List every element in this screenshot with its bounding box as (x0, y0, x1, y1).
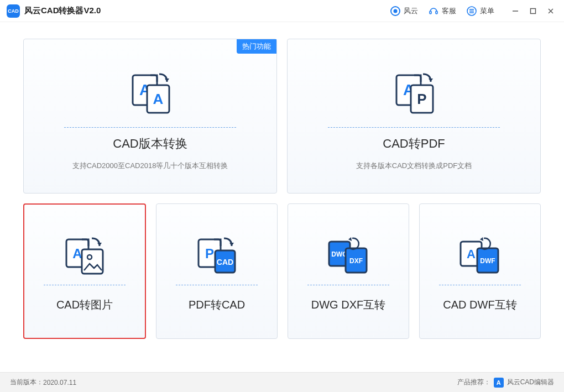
divider (64, 127, 236, 128)
support-button[interactable]: 客服 (428, 6, 456, 17)
minimize-button[interactable] (509, 4, 522, 18)
menu-button[interactable]: 菜单 (466, 6, 494, 17)
recommend-product[interactable]: 风云CAD编辑器 (507, 378, 554, 387)
cad-to-pdf-icon: A P (387, 62, 442, 123)
cad-to-image-icon: A (60, 231, 109, 281)
divider (176, 285, 258, 285)
card-pdf-to-cad[interactable]: P CAD PDF转CAD (156, 203, 278, 339)
recommend-logo-icon: A (494, 378, 504, 388)
svg-rect-3 (436, 11, 437, 14)
dwg-dxf-icon: DWG DXF (323, 231, 373, 281)
headset-icon (428, 6, 439, 17)
svg-text:DWF: DWF (480, 257, 495, 265)
card-cad-dwf-swap[interactable]: A DWF CAD DWF互转 (419, 203, 541, 339)
svg-rect-9 (531, 8, 536, 13)
version-label: 当前版本： (10, 378, 43, 387)
card-cad-version-convert[interactable]: 热门功能 A A CAD版本转换 支持CAD2000至CAD2018等几十个版本… (23, 39, 277, 194)
divider (328, 127, 500, 128)
card-title: CAD版本转换 (113, 135, 187, 152)
card-desc: 支持各版本CAD文档转换成PDF文档 (356, 161, 472, 171)
pdf-to-cad-icon: P CAD (192, 231, 242, 281)
close-button[interactable] (544, 4, 557, 18)
svg-text:A: A (153, 91, 163, 107)
card-cad-to-pdf[interactable]: A P CAD转PDF 支持各版本CAD文档转换成PDF文档 (287, 39, 541, 194)
svg-text:CAD: CAD (217, 258, 233, 266)
support-label: 客服 (442, 6, 456, 16)
svg-text:P: P (417, 91, 426, 107)
main-area: 热门功能 A A CAD版本转换 支持CAD2000至CAD2018等几十个版本… (0, 22, 564, 348)
menu-label: 菜单 (480, 6, 494, 16)
card-dwg-dxf-swap[interactable]: DWG DXF DWG DXF互转 (288, 203, 409, 339)
menu-list-icon (466, 6, 477, 17)
divider (439, 285, 521, 285)
app-title: 风云CAD转换器V2.0 (24, 6, 101, 16)
card-title: DWG DXF互转 (311, 297, 385, 312)
svg-text:DXF: DXF (349, 257, 363, 265)
card-title: CAD转图片 (56, 297, 113, 312)
brand-label: 风云 (404, 6, 418, 16)
svg-text:A: A (467, 247, 476, 261)
divider (44, 285, 126, 285)
divider (307, 285, 389, 285)
card-title: PDF转CAD (189, 297, 245, 312)
brand-target-icon (390, 6, 401, 17)
cad-dwf-icon: A DWF (455, 231, 505, 281)
status-bar: 当前版本： 2020.07.11 产品推荐： A 风云CAD编辑器 (0, 372, 564, 392)
hot-badge: 热门功能 (237, 39, 276, 54)
titlebar: CAD 风云CAD转换器V2.0 风云 客服 菜单 (0, 0, 564, 22)
version-value: 2020.07.11 (43, 379, 76, 386)
cad-version-icon: A A (123, 62, 178, 123)
card-title: CAD DWF互转 (443, 297, 516, 312)
svg-text:A: A (72, 246, 82, 261)
recommend-label: 产品推荐： (457, 378, 490, 387)
svg-point-1 (394, 9, 398, 13)
card-cad-to-image[interactable]: A CAD转图片 (23, 203, 146, 339)
svg-rect-2 (430, 11, 431, 14)
maximize-button[interactable] (526, 4, 540, 18)
svg-text:P: P (205, 246, 214, 261)
brand-button[interactable]: 风云 (390, 6, 418, 17)
app-logo-icon: CAD (7, 4, 20, 18)
card-desc: 支持CAD2000至CAD2018等几十个版本互相转换 (72, 161, 228, 171)
card-title: CAD转PDF (383, 135, 445, 152)
